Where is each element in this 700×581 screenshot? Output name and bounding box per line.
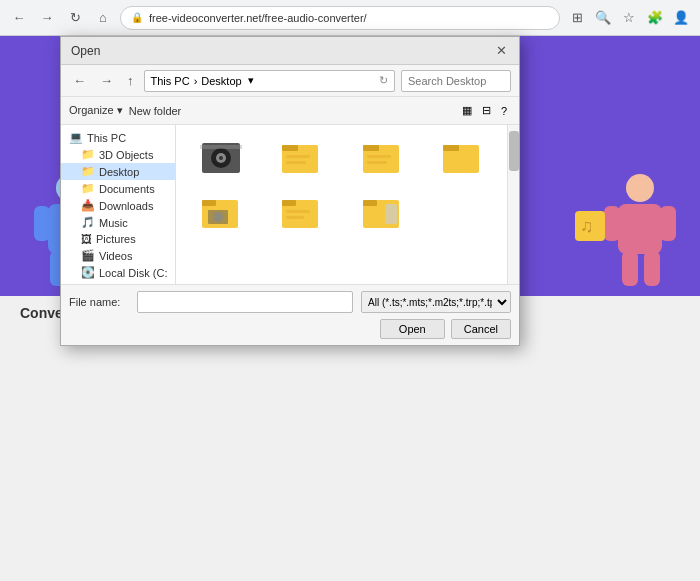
back-button[interactable]: ← [8, 7, 30, 29]
documents-icon: 📁 [81, 182, 95, 195]
files-grid [176, 125, 507, 284]
svg-rect-20 [200, 145, 242, 149]
svg-point-34 [213, 212, 223, 222]
svg-rect-32 [202, 200, 216, 206]
reload-button[interactable]: ↻ [64, 7, 86, 29]
dialog-title: Open [71, 44, 100, 58]
dialog-sidebar: 💻 This PC 📁 3D Objects 📁 Desktop 📁 Docum… [61, 125, 176, 284]
file-item-4[interactable] [425, 133, 499, 182]
filetype-select[interactable]: All (*.ts;*.mts;*.m2ts;*.trp;*.tp;* [361, 291, 511, 313]
new-folder-button[interactable]: New folder [129, 105, 182, 117]
breadcrumb-refresh-icon[interactable]: ↻ [379, 74, 388, 87]
svg-rect-24 [286, 161, 306, 164]
dialog-up-button[interactable]: ↑ [123, 71, 138, 90]
sidebar-item-thispc[interactable]: 💻 This PC [61, 129, 175, 146]
sidebar-item-videos[interactable]: 🎬 Videos [61, 247, 175, 264]
file-item-7[interactable] [345, 188, 419, 237]
breadcrumb-desktop: Desktop [201, 75, 241, 87]
breadcrumb-bar[interactable]: This PC › Desktop ▾ ↻ [144, 70, 396, 92]
svg-rect-28 [367, 161, 387, 164]
forward-button[interactable]: → [36, 7, 58, 29]
svg-rect-30 [443, 145, 459, 151]
profile-button[interactable]: 👤 [670, 7, 692, 29]
dialog-bottom: File name: All (*.ts;*.mts;*.m2ts;*.trp;… [61, 284, 519, 345]
star-button[interactable]: ☆ [618, 7, 640, 29]
address-bar[interactable]: 🔒 free-videoconverter.net/free-audio-con… [120, 6, 560, 30]
browser-actions: ⊞ 🔍 ☆ 🧩 👤 [566, 7, 692, 29]
file-item-2[interactable] [264, 133, 338, 182]
scrollbar[interactable] [507, 125, 519, 284]
tabs-button[interactable]: ⊞ [566, 7, 588, 29]
svg-rect-26 [363, 145, 379, 151]
sidebar-item-downloads[interactable]: 📥 Downloads [61, 197, 175, 214]
svg-rect-13 [644, 251, 660, 286]
filename-label: File name: [69, 296, 129, 308]
dialog-close-button[interactable]: ✕ [493, 43, 509, 59]
search-input[interactable] [401, 70, 511, 92]
filename-row: File name: All (*.ts;*.mts;*.m2ts;*.trp;… [69, 291, 511, 313]
3dobjects-label: 3D Objects [99, 149, 153, 161]
breadcrumb-arrow: ▾ [248, 74, 254, 87]
url-text: free-videoconverter.net/free-audio-conve… [149, 12, 367, 24]
svg-rect-9 [618, 204, 662, 254]
sidebar-item-desktop[interactable]: 📁 Desktop [61, 163, 175, 180]
pictures-label: Pictures [96, 233, 136, 245]
decoration-right: ♫ [570, 166, 690, 296]
sidebar-item-3dobjects[interactable]: 📁 3D Objects [61, 146, 175, 163]
localdisk-icon: 💽 [81, 266, 95, 279]
dialog-cancel-button[interactable]: Cancel [451, 319, 511, 339]
music-icon: 🎵 [81, 216, 95, 229]
dialog-open-button[interactable]: Open [380, 319, 445, 339]
sidebar-item-pictures[interactable]: 🖼 Pictures [61, 231, 175, 247]
sidebar-item-music[interactable]: 🎵 Music [61, 214, 175, 231]
search-button[interactable]: 🔍 [592, 7, 614, 29]
localdisk-label: Local Disk (C: [99, 267, 167, 279]
file-item-3[interactable] [345, 133, 419, 182]
3dobjects-icon: 📁 [81, 148, 95, 161]
sidebar-item-localdisk[interactable]: 💽 Local Disk (C: [61, 264, 175, 281]
organize-button[interactable]: Organize ▾ [69, 104, 123, 117]
file-item-6[interactable] [264, 188, 338, 237]
downloads-icon: 📥 [81, 199, 95, 212]
desktop-label: Desktop [99, 166, 139, 178]
home-button[interactable]: ⌂ [92, 7, 114, 29]
svg-rect-37 [286, 210, 310, 213]
view-icon-btn-1[interactable]: ▦ [458, 102, 476, 119]
thispc-icon: 💻 [69, 131, 83, 144]
breadcrumb-thispc: This PC [151, 75, 190, 87]
lock-icon: 🔒 [131, 12, 143, 23]
svg-rect-12 [622, 251, 638, 286]
svg-rect-38 [286, 216, 304, 219]
svg-rect-10 [660, 206, 676, 241]
svg-rect-40 [363, 200, 377, 206]
filename-input[interactable] [137, 291, 353, 313]
extension-button[interactable]: 🧩 [644, 7, 666, 29]
svg-rect-41 [385, 204, 397, 224]
videos-label: Videos [99, 250, 132, 262]
dialog-buttons-row: Open Cancel [69, 319, 511, 339]
svg-point-19 [219, 156, 223, 160]
dialog-toolbar: ← → ↑ This PC › Desktop ▾ ↻ [61, 65, 519, 97]
file-item-5[interactable] [184, 188, 258, 237]
view-icon-btn-3[interactable]: ? [497, 102, 511, 119]
file-open-dialog: Open ✕ ← → ↑ This PC › Desktop ▾ ↻ Organ… [60, 36, 520, 346]
svg-rect-22 [282, 145, 298, 151]
dialog-forward-button[interactable]: → [96, 71, 117, 90]
dialog-back-button[interactable]: ← [69, 71, 90, 90]
svg-rect-2 [34, 206, 50, 241]
svg-rect-27 [367, 155, 391, 158]
dialog-body: 💻 This PC 📁 3D Objects 📁 Desktop 📁 Docum… [61, 125, 519, 284]
svg-rect-23 [286, 155, 310, 158]
pictures-icon: 🖼 [81, 233, 92, 245]
sidebar-item-documents[interactable]: 📁 Documents [61, 180, 175, 197]
videos-icon: 🎬 [81, 249, 95, 262]
svg-text:♫: ♫ [580, 216, 594, 236]
file-item-1[interactable] [184, 133, 258, 182]
view-buttons: ▦ ⊟ ? [458, 102, 511, 119]
svg-point-8 [626, 174, 654, 202]
desktop-icon: 📁 [81, 165, 95, 178]
browser-chrome: ← → ↻ ⌂ 🔒 free-videoconverter.net/free-a… [0, 0, 700, 36]
downloads-label: Downloads [99, 200, 153, 212]
dialog-actions-bar: Organize ▾ New folder ▦ ⊟ ? [61, 97, 519, 125]
view-icon-btn-2[interactable]: ⊟ [478, 102, 495, 119]
